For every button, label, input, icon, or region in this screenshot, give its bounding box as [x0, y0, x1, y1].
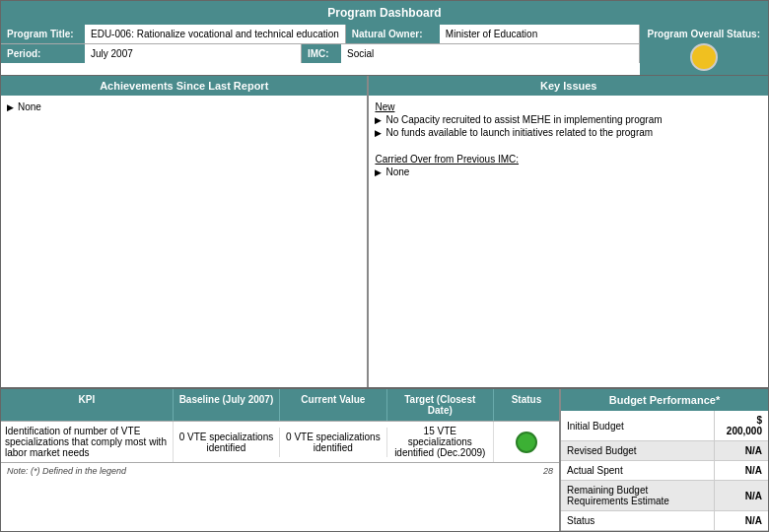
achievements-header: Achievements Since Last Report [1, 76, 367, 96]
footer-page: 28 [543, 466, 553, 476]
overall-status-cell: Program Overall Status: [640, 25, 768, 75]
bullet-arrow-1: ▶ [375, 115, 382, 125]
budget-label-revised: Revised Budget [561, 441, 715, 461]
budget-row-revised: Revised Budget N/A [561, 441, 768, 461]
budget-value-actual: N/A [715, 461, 768, 481]
natural-owner-label: Natural Owner: [346, 25, 440, 43]
program-title-row: Program Title: EDU-006: Rationalize voca… [1, 25, 640, 75]
budget-value-remaining: N/A [715, 481, 768, 511]
target-col-header: Target (Closest Date) [387, 389, 494, 421]
budget-label-remaining: Remaining Budget Requirements Estimate [561, 481, 715, 511]
bullet-arrow-2: ▶ [375, 128, 382, 138]
key-issue-item-2: ▶ No funds available to launch initiativ… [375, 127, 762, 138]
kpi-data-row-1: Identification of number of VTE speciali… [1, 421, 559, 462]
baseline-col-header: Baseline (July 2007) [174, 389, 280, 421]
budget-value-initial: $ 200,000 [715, 411, 768, 441]
budget-value-status: N/A [715, 511, 768, 531]
kpi-row1-current: 0 VTE specializations identified [280, 428, 386, 457]
program-title-label: Program Title: [1, 25, 85, 43]
footer-note: Note: (*) Defined in the legend [7, 466, 126, 476]
carried-arrow: ▶ [375, 167, 382, 177]
budget-label-initial: Initial Budget [561, 411, 715, 441]
header-title: Program Dashboard [327, 6, 441, 20]
achievements-none-item: ▶ None [7, 101, 361, 112]
footer-row: Note: (*) Defined in the legend 28 [1, 462, 559, 479]
program-info-section: Program Title: EDU-006: Rationalize voca… [1, 25, 768, 76]
budget-row-status: Status N/A [561, 511, 768, 531]
kpi-row1-kpi: Identification of number of VTE speciali… [1, 422, 174, 462]
budget-section: Budget Performance* Initial Budget $ 200… [561, 389, 768, 531]
key-issues-panel: Key Issues New ▶ No Capacity recruited t… [369, 76, 768, 387]
dashboard-header: Program Dashboard [1, 1, 768, 25]
carried-over-section: Carried Over from Previous IMC: [375, 154, 762, 165]
budget-table: Initial Budget $ 200,000 Revised Budget … [561, 411, 768, 531]
budget-value-revised: N/A [715, 441, 768, 461]
period-imc-row: Period: July 2007 IMC: Social [1, 44, 640, 63]
budget-row-remaining: Remaining Budget Requirements Estimate N… [561, 481, 768, 511]
new-underline: New [375, 101, 394, 112]
natural-owner-value: Minister of Education [440, 25, 640, 43]
achievements-panel: Achievements Since Last Report ▶ None [1, 76, 369, 387]
status-circle-yellow [690, 43, 718, 71]
title-owner-row: Program Title: EDU-006: Rationalize voca… [1, 25, 640, 44]
kpi-header-row: KPI Baseline (July 2007) Current Value T… [1, 389, 559, 421]
current-col-header: Current Value [280, 389, 386, 421]
overall-status-label: Program Overall Status: [648, 29, 760, 39]
key-issues-header: Key Issues [369, 76, 768, 96]
key-issue-item-1: ▶ No Capacity recruited to assist MEHE i… [375, 114, 762, 125]
carried-none: None [385, 166, 409, 177]
budget-label-actual: Actual Spent [561, 461, 715, 481]
achievements-content: ▶ None [1, 96, 367, 387]
bottom-section: KPI Baseline (July 2007) Current Value T… [1, 388, 768, 531]
carried-over-label: Carried Over from Previous IMC: [375, 154, 519, 165]
kpi-col-header: KPI [1, 389, 174, 421]
budget-row-actual: Actual Spent N/A [561, 461, 768, 481]
imc-value: Social [341, 44, 640, 63]
status-green-circle [516, 432, 537, 453]
new-label: New [375, 101, 762, 112]
kpi-row1-target: 15 VTE specializations identified (Dec.2… [387, 422, 494, 462]
kpi-section: KPI Baseline (July 2007) Current Value T… [1, 389, 561, 531]
period-value: July 2007 [85, 44, 302, 63]
achievements-none: None [18, 101, 41, 112]
budget-row-initial: Initial Budget $ 200,000 [561, 411, 768, 441]
kpi-row1-status [494, 428, 559, 457]
kpi-row1-baseline: 0 VTE specializations identified [174, 428, 280, 457]
status-col-header: Status [494, 389, 559, 421]
key-issue-text-2: No funds available to launch initiatives… [385, 127, 653, 138]
key-issues-content: New ▶ No Capacity recruited to assist ME… [369, 96, 768, 387]
budget-label-status: Status [561, 511, 715, 531]
budget-header: Budget Performance* [561, 389, 768, 411]
period-label: Period: [1, 44, 85, 63]
middle-section: Achievements Since Last Report ▶ None Ke… [1, 76, 768, 388]
achievements-arrow: ▶ [7, 102, 14, 112]
carried-none-item: ▶ None [375, 166, 762, 177]
program-title-value: EDU-006: Rationalize vocational and tech… [85, 25, 346, 43]
key-issue-text-1: No Capacity recruited to assist MEHE in … [385, 114, 662, 125]
imc-label: IMC: [302, 44, 341, 63]
